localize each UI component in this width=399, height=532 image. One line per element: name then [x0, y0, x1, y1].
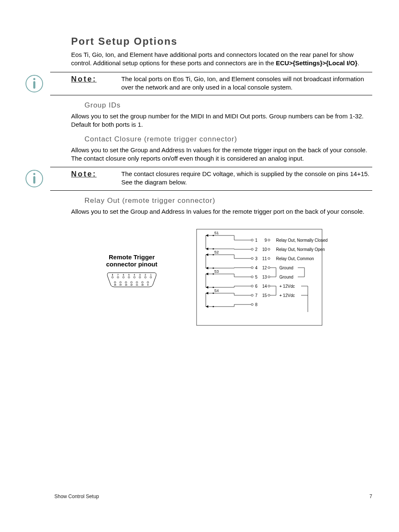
svg-point-24 [120, 281, 121, 283]
schematic-column: S1S2S3S4 12345678 9Relay Out, Normally C… [192, 228, 372, 328]
svg-text:S4: S4 [214, 289, 219, 293]
pinout-column: Remote Trigger connector pinout 87654321… [71, 228, 192, 289]
svg-text:7: 7 [118, 274, 119, 276]
svg-point-6 [112, 276, 113, 278]
svg-text:1: 1 [150, 274, 151, 276]
svg-text:S1: S1 [214, 231, 219, 235]
svg-text:13: 13 [262, 274, 267, 279]
svg-text:+ 12Vdc: + 12Vdc [279, 284, 295, 288]
svg-point-93 [268, 294, 270, 296]
intro-period: . [358, 59, 359, 66]
svg-rect-36 [197, 229, 322, 325]
diagram-row: Remote Trigger connector pinout 87654321… [71, 228, 372, 328]
svg-point-87 [268, 266, 270, 269]
svg-text:4: 4 [134, 274, 135, 276]
note-label: Note: [71, 170, 121, 179]
section-title: Port Setup Options [71, 36, 372, 47]
svg-text:8: 8 [255, 302, 258, 307]
page-footer: Show Control Setup 7 [54, 494, 372, 499]
pinout-schematic: S1S2S3S4 12345678 9Relay Out, Normally C… [192, 228, 364, 328]
contact-closure-text: Allows you to set the Group and Address … [71, 146, 372, 163]
svg-text:7: 7 [255, 293, 258, 297]
intro-path: ECU>{Settings}>{Local I/O} [276, 59, 357, 66]
svg-point-32 [142, 281, 143, 283]
relay-out-text: Allows you to set the Group and Address … [71, 207, 372, 216]
svg-point-16 [139, 276, 141, 278]
svg-point-10 [123, 276, 124, 278]
svg-point-18 [145, 276, 146, 278]
svg-point-71 [251, 285, 253, 287]
info-icon [25, 74, 43, 93]
pinout-label-line2: connector pinout [71, 261, 192, 268]
note-2-wrap: Note: The contact closures require DC vo… [71, 167, 372, 191]
svg-point-89 [268, 276, 270, 278]
svg-point-12 [128, 276, 130, 278]
svg-point-75 [251, 303, 253, 305]
footer-title: Show Control Setup [54, 494, 99, 499]
svg-text:S3: S3 [214, 269, 219, 274]
group-ids-text: Allows you to set the group number for t… [71, 112, 372, 129]
svg-point-67 [251, 266, 253, 269]
svg-text:1: 1 [255, 238, 258, 242]
svg-text:11: 11 [136, 284, 138, 286]
db15-connector-icon: 87654321 1514131211109 [107, 271, 157, 288]
svg-text:10: 10 [141, 284, 144, 286]
svg-text:12: 12 [130, 284, 133, 286]
note-2: Note: The contact closures require DC vo… [50, 167, 372, 191]
svg-point-28 [130, 281, 132, 283]
svg-text:8: 8 [112, 274, 113, 276]
svg-text:9: 9 [147, 284, 148, 286]
note-text: The contact closures require DC voltage,… [121, 170, 372, 187]
svg-text:13: 13 [125, 284, 128, 286]
note-label: Note: [71, 75, 121, 84]
svg-rect-2 [33, 81, 36, 89]
svg-point-61 [251, 239, 253, 241]
relay-out-heading: Relay Out (remote trigger connector) [84, 197, 372, 205]
page-content: Port Setup Options Eos Ti, Gio, Ion, and… [71, 36, 372, 328]
svg-text:5: 5 [128, 274, 130, 276]
svg-text:14: 14 [262, 284, 267, 288]
contact-closure-heading: Contact Closure (remote trigger connecto… [84, 135, 372, 143]
svg-text:15: 15 [262, 293, 267, 297]
svg-text:11: 11 [262, 256, 267, 261]
svg-text:14: 14 [120, 284, 122, 286]
svg-point-20 [150, 276, 152, 278]
svg-point-69 [251, 276, 253, 278]
svg-text:4: 4 [255, 265, 258, 270]
svg-text:2: 2 [145, 274, 146, 276]
note-1-wrap: Note: The local ports on Eos Ti, Gio, Io… [71, 72, 372, 96]
svg-point-63 [251, 248, 253, 250]
group-ids-heading: Group IDs [84, 101, 372, 110]
svg-point-84 [268, 257, 270, 259]
svg-point-30 [136, 281, 138, 283]
svg-text:10: 10 [262, 247, 267, 251]
intro-paragraph: Eos Ti, Gio, Ion, and Element have addit… [71, 51, 372, 68]
svg-text:3: 3 [139, 274, 141, 276]
svg-point-22 [114, 281, 116, 283]
svg-point-34 [147, 281, 149, 283]
note-text: The local ports on Eos Ti, Gio, Ion, and… [121, 75, 372, 92]
svg-point-26 [125, 281, 127, 283]
svg-text:Relay Out, Common: Relay Out, Common [276, 256, 314, 261]
svg-point-78 [268, 239, 270, 241]
svg-point-65 [251, 257, 253, 259]
svg-point-14 [133, 276, 135, 278]
note-1: Note: The local ports on Eos Ti, Gio, Io… [50, 72, 372, 96]
svg-text:9: 9 [264, 238, 267, 242]
svg-text:S2: S2 [214, 250, 219, 254]
svg-text:Relay Out, Normally Closed: Relay Out, Normally Closed [276, 238, 327, 242]
svg-text:6: 6 [255, 284, 258, 288]
svg-point-73 [251, 294, 253, 296]
svg-text:15: 15 [114, 284, 116, 286]
svg-point-1 [33, 78, 36, 80]
svg-point-81 [268, 248, 270, 250]
svg-rect-5 [33, 176, 36, 184]
info-icon [25, 169, 43, 188]
svg-text:3: 3 [255, 256, 258, 261]
footer-page-number: 7 [369, 494, 372, 499]
pinout-label-line1: Remote Trigger [71, 253, 192, 261]
svg-text:Ground: Ground [279, 274, 293, 279]
svg-text:2: 2 [255, 247, 258, 251]
svg-text:+ 12Vdc: + 12Vdc [279, 293, 295, 297]
svg-text:12: 12 [262, 265, 267, 270]
